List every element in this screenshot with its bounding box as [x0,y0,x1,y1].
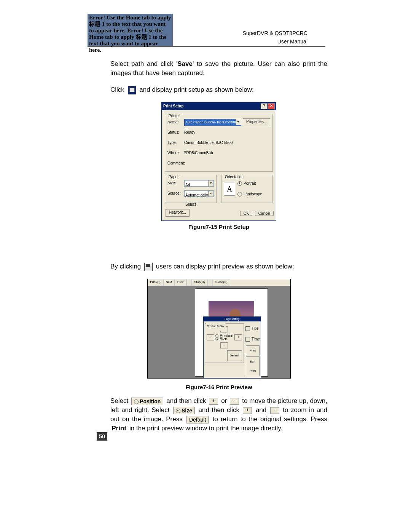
doc-title-line1: SuperDVR & QSDT8PCRC [243,29,307,37]
chevron-down-icon[interactable] [208,181,213,186]
where-value: \\RD5\CanonBub [184,149,213,158]
close-icon[interactable]: ✕ [268,103,275,109]
print-setup-dialog: Print Setup ? ✕ Printer Name: Auto Canon… [161,102,276,221]
print-preview-window: Print(P) Next Prev Stop(D) Close(C) Page… [147,279,291,379]
inline-size-radio[interactable]: Size [173,407,195,414]
preview-close-button[interactable]: Close(C) [213,279,230,286]
left-button[interactable]: - [207,334,214,340]
page-setting-title: Page setting [204,317,261,321]
preview-prev-button[interactable]: Prev [175,279,186,286]
paragraph-position-size: Select Position and then click + or - to… [110,396,327,433]
printer-name-dropdown[interactable]: Auto Canon Bubble-Jet BJC-5500 on [184,119,241,126]
content-area: Select path and click 'Save' to save the… [110,59,327,441]
preview-blank2-button [207,279,213,286]
properties-button[interactable]: Properties... [243,118,270,126]
minus-button[interactable]: - [220,342,228,348]
orientation-group: Orientation A Portrait Landscape [221,175,273,203]
header-rule [88,46,325,47]
right-button[interactable]: + [234,334,242,340]
inline-plus-button[interactable]: + [209,398,218,405]
dialog-titlebar: Print Setup ? ✕ [162,102,276,110]
chevron-down-icon[interactable] [208,191,213,197]
preview-next-button[interactable]: Next [163,279,175,286]
document-page: Error! Use the Home tab to apply 标题 1 to… [0,0,411,532]
page-number: 50 [97,432,107,441]
inline-default-button[interactable]: Default [186,416,209,423]
doc-title-line2: User Manual [243,37,307,46]
network-button[interactable]: Network... [166,209,190,217]
title-checkbox[interactable]: Title [245,324,260,333]
paragraph-click-preview: By clicking users can display print prev… [110,262,327,271]
landscape-radio[interactable]: Landscape [237,190,262,199]
inline-plus2-button[interactable]: + [243,407,252,414]
figure-print-preview: Print(P) Next Prev Stop(D) Close(C) Page… [110,279,327,392]
header-error-block: Error! Use the Home tab to apply 标题 1 to… [88,14,173,46]
printer-group: Printer Name: Auto Canon Bubble-Jet BJC-… [165,114,273,172]
type-value: Canon Bubble-Jet BJC-5500 [184,138,233,147]
figure-print-setup: Print Setup ? ✕ Printer Name: Auto Canon… [110,102,327,232]
paper-group: Paper Size: A4 Source: [165,175,217,203]
inline-minus-button[interactable]: - [230,398,239,405]
figure-caption-1: Figure7-15 Print Setup [110,222,327,232]
time-checkbox[interactable]: Time [245,335,260,344]
cancel-button[interactable]: Cancel [255,211,274,216]
print-preview-icon[interactable] [144,263,153,271]
ok-button[interactable]: OK [240,211,252,216]
dialog-title-text: Print Setup [163,104,183,108]
save-keyword: Save [177,60,193,67]
inline-minus2-button[interactable]: - [270,407,279,414]
page-setting-dialog: Page setting Position & Size + - [203,316,261,378]
preview-toolbar: Print(P) Next Prev Stop(D) Close(C) [148,279,290,286]
print-setup-icon[interactable] [128,86,136,94]
figure-caption-2: Figure7-16 Print Preview [110,383,327,392]
inline-position-radio[interactable]: Position [131,398,163,405]
ps-exit-button[interactable]: Exit Print [246,356,260,376]
orientation-preview-icon: A [224,182,235,196]
size-radio[interactable]: Size [215,337,234,340]
paper-source-dropdown[interactable]: Automatically Select [184,190,214,197]
paper-size-dropdown[interactable]: A4 [184,180,214,187]
default-button[interactable]: Default [227,350,242,361]
preview-print-button[interactable]: Print(P) [148,279,163,286]
preview-blank-button [186,279,192,286]
preview-stop-button[interactable]: Stop(D) [192,279,208,286]
header-right: SuperDVR & QSDT8PCRC User Manual [243,29,307,46]
position-size-group: Position & Size + - Position Size [205,323,244,363]
chevron-down-icon[interactable] [236,119,241,125]
paragraph-click-printsetup: Click and display print setup as shown b… [110,85,327,94]
ps-print-button[interactable]: Print [246,345,260,356]
print-keyword: Print [112,425,126,432]
help-icon[interactable]: ? [261,103,268,109]
paragraph-save: Select path and click 'Save' to save the… [110,59,327,78]
